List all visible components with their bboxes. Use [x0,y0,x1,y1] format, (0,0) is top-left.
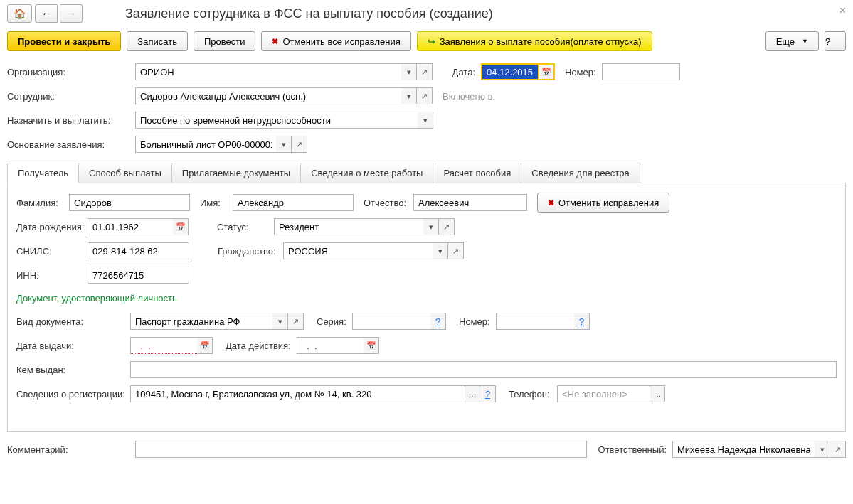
cancel-all-label: Отменить все исправления [282,36,400,47]
tab-attachments[interactable]: Прилагаемые документы [171,163,301,183]
tab-payment-method[interactable]: Способ выплаты [78,163,172,183]
dropdown-icon[interactable]: ▾ [401,87,417,104]
series-input[interactable] [352,313,430,330]
cancel-icon: ✖ [548,198,554,208]
open-icon[interactable]: ↗ [830,441,846,458]
registration-label: Сведения о регистрации: [16,389,130,400]
forward-button[interactable]: → [60,4,83,23]
basis-input[interactable] [135,136,276,153]
identity-doc-section: Документ, удостоверяющий личность [16,293,837,304]
valid-date-label: Дата действия: [226,341,297,351]
name-input[interactable] [233,194,354,211]
dob-label: Дата рождения: [16,222,88,232]
assign-pay-input[interactable] [135,112,418,129]
dropdown-icon[interactable]: ▾ [401,63,417,80]
open-icon[interactable]: ↗ [448,242,464,259]
dropdown-icon[interactable]: ▾ [423,218,439,235]
date-label: Дата: [433,67,475,77]
citizenship-input[interactable] [283,242,433,259]
responsible-input[interactable] [672,441,815,458]
post-close-button[interactable]: Провести и закрыть [7,31,121,51]
hint-icon[interactable]: ? [430,313,446,330]
home-button[interactable]: 🏠 [7,4,32,23]
calendar-icon[interactable]: 📅 [173,218,189,235]
comment-input[interactable] [135,441,587,458]
doctype-label: Вид документа: [16,316,130,327]
more-label: Еще [776,36,795,47]
snils-label: СНИЛС: [16,246,88,257]
requests-button[interactable]: ↪ Заявления о выплате пособия(оплате отп… [417,31,652,51]
date-input[interactable] [481,63,539,80]
cancel-label: Отменить исправления [558,198,659,208]
page-title: Заявление сотрудника в ФСС на выплату по… [125,6,493,21]
tab-calculation[interactable]: Расчет пособия [433,163,521,183]
registration-input[interactable] [130,385,465,402]
surname-input[interactable] [69,194,190,211]
issue-date-input[interactable] [130,337,197,354]
included-in-label: Включено в: [443,91,495,102]
toolbar: Провести и закрыть Записать Провести ✖ О… [7,31,846,51]
status-input[interactable] [274,218,423,235]
save-button[interactable]: Записать [127,31,188,51]
calendar-icon[interactable]: 📅 [197,337,213,354]
chevron-down-icon: ▼ [802,38,808,45]
surname-label: Фамилия: [16,198,69,208]
back-button[interactable]: ← [35,4,58,23]
ellipsis-icon[interactable]: … [465,385,480,402]
open-icon[interactable]: ↗ [417,87,433,104]
name-label: Имя: [200,198,233,208]
help-button[interactable]: ? [825,31,846,51]
folder-arrow-icon: ↪ [428,36,435,47]
basis-label: Основание заявления: [7,139,135,150]
employee-label: Сотрудник: [7,91,135,102]
hint-icon[interactable]: ? [574,313,590,330]
comment-label: Комментарий: [7,444,78,455]
post-button[interactable]: Провести [194,31,256,51]
tab-recipient[interactable]: Получатель [7,163,79,183]
inn-input[interactable] [88,267,189,284]
top-nav: 🏠 ← → Заявление сотрудника в ФСС на выпл… [7,4,846,23]
tab-registry[interactable]: Сведения для реестра [521,163,640,183]
tab-recipient-body: Фамилия: Имя: Отчество: ✖ Отменить испра… [7,183,846,432]
cancel-corrections-button[interactable]: ✖ Отменить исправления [537,193,669,213]
close-icon[interactable]: × [839,4,846,17]
dnum-input[interactable] [496,313,574,330]
middle-label: Отчество: [364,198,413,208]
cancel-icon: ✖ [272,37,278,46]
dob-input[interactable] [88,218,173,235]
tab-workplace[interactable]: Сведения о месте работы [300,163,433,183]
open-icon[interactable]: ↗ [417,63,433,80]
tabs: Получатель Способ выплаты Прилагаемые до… [7,162,846,183]
number-label: Номер: [565,67,596,77]
open-icon[interactable]: ↗ [288,313,304,330]
assign-pay-label: Назначить и выплатить: [7,115,135,126]
dropdown-icon[interactable]: ▾ [815,441,830,458]
snils-input[interactable] [88,242,189,259]
number-input[interactable] [602,63,680,80]
open-icon[interactable]: ↗ [292,136,307,153]
dropdown-icon[interactable]: ▾ [418,112,433,129]
more-button[interactable]: Еще ▼ [765,31,819,51]
cancel-all-corrections-button[interactable]: ✖ Отменить все исправления [261,31,410,51]
dropdown-icon[interactable]: ▾ [276,136,292,153]
calendar-icon[interactable]: 📅 [364,337,379,354]
valid-date-input[interactable] [297,337,364,354]
series-label: Серия: [317,316,352,327]
organization-input[interactable] [135,63,401,80]
phone-label: Телефон: [509,389,557,400]
citizenship-label: Гражданство: [218,246,283,257]
issued-by-input[interactable] [130,361,837,378]
open-icon[interactable]: ↗ [439,218,455,235]
hint-icon[interactable]: ? [480,385,496,402]
employee-input[interactable] [135,87,401,104]
requests-label: Заявления о выплате пособия(оплате отпус… [440,36,642,47]
dropdown-icon[interactable]: ▾ [433,242,448,259]
dnum-label: Номер: [459,316,496,327]
issue-date-label: Дата выдачи: [16,341,130,351]
dropdown-icon[interactable]: ▾ [272,313,288,330]
phone-input[interactable] [557,385,650,402]
middle-input[interactable] [413,194,527,211]
ellipsis-icon[interactable]: … [650,385,665,402]
doctype-input[interactable] [130,313,272,330]
calendar-icon[interactable]: 📅 [539,63,555,80]
